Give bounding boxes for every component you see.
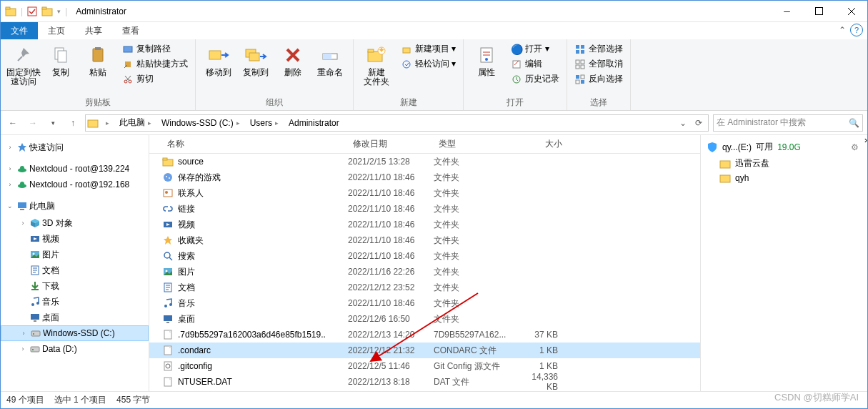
properties-button[interactable]: 属性 [469,42,504,79]
tree-label: 音乐 [42,296,59,308]
tree-item[interactable]: ›Nextcloud - root@139.224 [1,161,149,177]
breadcrumb-item[interactable]: Administrator [286,115,342,131]
expand-icon[interactable]: › [5,181,15,188]
qat-dropdown-icon[interactable]: ▾ [57,8,61,15]
copy-path-button[interactable]: 复制路径 [121,42,189,56]
checkbox-icon[interactable] [27,6,37,16]
back-button[interactable]: ← [5,115,21,131]
maximize-button[interactable] [803,1,835,21]
new-item-button[interactable]: 新建项目 ▾ [399,42,457,56]
ribbon-collapse-icon[interactable]: ⌃ [839,25,846,35]
breadcrumb-item[interactable]: Windows-SSD (C:)▸ [159,115,246,131]
tree-item[interactable]: 下载 [1,278,149,294]
file-row[interactable]: 搜索2022/11/10 18:46文件夹 [149,248,700,264]
up-button[interactable]: ↑ [65,115,81,131]
pin-quickaccess-button[interactable]: 固定到快 速访问 [6,42,41,88]
tab-view[interactable]: 查看 [112,22,149,39]
svg-point-74 [166,270,168,272]
file-row[interactable]: 文档2022/12/12 23:52文件夹 [149,280,700,295]
tree-label: 下载 [42,280,59,292]
select-all-button[interactable]: 全部选择 [573,42,624,56]
rename-button[interactable]: 重命名 [313,42,347,79]
tree-item[interactable]: ›Windows-SSD (C:) [1,325,149,341]
file-row[interactable]: 桌面2022/12/6 16:50文件夹 [149,311,700,327]
new-folder-button[interactable]: ✦新建 文件夹 [359,42,394,88]
expand-icon[interactable]: › [5,144,15,151]
refresh-button[interactable]: ⟳ [691,115,707,131]
file-row[interactable]: .condarc2022/12/12 21:32CONDARC 文件1 KB [149,343,700,358]
svg-point-77 [169,303,172,306]
help-button[interactable]: ? [850,24,863,36]
delete-button[interactable]: 删除 [276,42,310,79]
tree-item[interactable]: ⌄此电脑 [1,198,149,214]
minimize-button[interactable]: ─ [771,1,803,21]
tab-share[interactable]: 共享 [75,22,112,39]
file-date: 2021/2/15 13:28 [342,157,428,167]
side-folder[interactable]: 迅雷云盘 [704,156,862,171]
copy-to-button[interactable]: 复制到 [239,42,273,79]
file-row[interactable]: 音乐2022/11/10 18:46文件夹 [149,295,700,311]
address-dropdown[interactable]: ⌄ [675,115,691,131]
tree-item[interactable]: ›Nextcloud - root@192.168 [1,177,149,192]
paste-button[interactable]: 粘贴 [81,42,115,79]
search-input[interactable]: 在 Administrator 中搜索🔍 [713,114,863,132]
svg-point-66 [166,176,167,177]
breadcrumb-item[interactable]: Users▸ [247,115,284,131]
open-button[interactable]: 🔵打开 ▾ [509,42,561,56]
file-name: .gitconfig [178,361,212,371]
folder-icon[interactable] [41,6,53,17]
expand-icon[interactable]: › [19,330,29,337]
file-row[interactable]: 保存的游戏2022/11/10 18:46文件夹 [149,169,700,185]
tab-file[interactable]: 文件 [1,22,38,39]
col-name[interactable]: 名称 [161,138,347,150]
invert-selection-button[interactable]: 反向选择 [573,72,624,86]
cut-button[interactable]: 剪切 [121,72,189,86]
gear-icon[interactable]: ⚙ [851,142,859,152]
file-row[interactable]: .gitconfig2022/12/5 11:46Git Config 源文件1… [149,358,700,374]
tree-item[interactable]: ›Data (D:) [1,341,149,357]
edit-button[interactable]: 编辑 [509,57,561,71]
tree-item[interactable]: ›快速访问 [1,139,149,155]
move-to-button[interactable]: 移动到 [201,42,236,79]
address-bar[interactable]: ▸ 此电脑▸ Windows-SSD (C:)▸ Users▸ Administ… [85,114,709,132]
history-button[interactable]: 历史记录 [509,72,561,86]
col-type[interactable]: 类型 [433,138,519,150]
breadcrumb-sep[interactable]: ▸ [100,115,115,131]
recent-dropdown[interactable]: ▾ [45,115,61,131]
close-button[interactable] [835,1,867,21]
easy-access-button[interactable]: 轻松访问 ▾ [399,57,457,71]
tree-item[interactable]: 图片 [1,247,149,262]
file-row[interactable]: 联系人2022/11/10 18:46文件夹 [149,185,700,201]
breadcrumb-item[interactable]: 此电脑▸ [116,115,157,131]
tree-item[interactable]: 桌面 [1,310,149,325]
file-list[interactable]: source2021/2/15 13:28文件夹保存的游戏2022/11/10 … [149,154,700,391]
tree-item[interactable]: 视频 [1,231,149,247]
tab-home[interactable]: 主页 [38,22,75,39]
file-row[interactable]: NTUSER.DAT2022/12/13 8:18DAT 文件14,336 KB [149,374,700,390]
collapse-preview-icon[interactable]: › [864,135,867,391]
file-row[interactable]: 链接2022/11/10 18:46文件夹 [149,201,700,217]
file-row[interactable]: .7d9b55297a162003a6d46e85fb1519..2022/12… [149,327,700,343]
copy-button[interactable]: 复制 [44,42,78,79]
expand-icon[interactable]: › [18,220,28,227]
file-row[interactable]: 视频2022/11/10 18:46文件夹 [149,217,700,232]
svg-rect-37 [581,65,584,69]
file-type: 文件夹 [428,172,514,184]
col-date[interactable]: 修改日期 [347,138,433,150]
paste-shortcut-button[interactable]: 粘贴快捷方式 [121,57,189,71]
expand-icon[interactable]: › [5,165,15,172]
file-name: 保存的游戏 [178,172,221,184]
tree-item[interactable]: 音乐 [1,294,149,310]
tree-item[interactable]: ›3D 对象 [1,215,149,231]
expand-icon[interactable]: › [18,345,28,353]
expand-icon[interactable]: ⌄ [5,202,15,210]
side-folder[interactable]: qyh [704,171,862,185]
forward-button[interactable]: → [25,115,41,131]
tree-item[interactable]: 文档 [1,262,149,278]
file-row[interactable]: 收藏夹2022/11/10 18:46文件夹 [149,232,700,248]
file-row[interactable]: source2021/2/15 13:28文件夹 [149,154,700,169]
file-row[interactable]: 图片2022/11/16 22:26文件夹 [149,264,700,280]
nav-tree[interactable]: ›快速访问›Nextcloud - root@139.224›Nextcloud… [1,135,149,391]
col-size[interactable]: 大小 [519,138,569,150]
select-none-button[interactable]: 全部取消 [573,57,624,71]
